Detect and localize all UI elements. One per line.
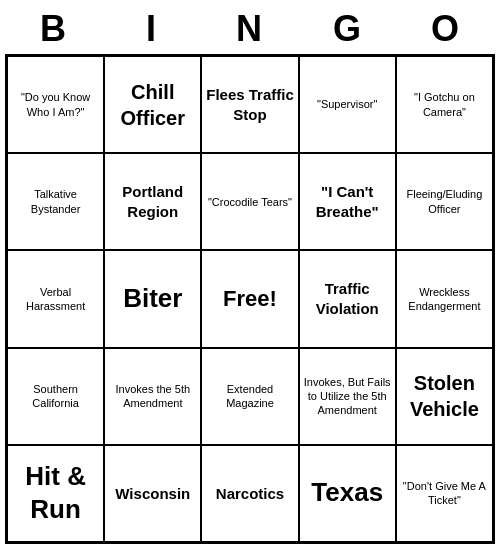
cell-5: Talkative Bystander bbox=[7, 153, 104, 250]
cell-13: Traffic Violation bbox=[299, 250, 396, 347]
cell-12: Free! bbox=[201, 250, 298, 347]
cell-16: Invokes the 5th Amendment bbox=[104, 348, 201, 445]
title-n: N bbox=[206, 8, 294, 50]
title-o: O bbox=[402, 8, 490, 50]
cell-22: Narcotics bbox=[201, 445, 298, 542]
cell-9: Fleeing/Eluding Officer bbox=[396, 153, 493, 250]
cell-11: Biter bbox=[104, 250, 201, 347]
title-i: I bbox=[108, 8, 196, 50]
cell-19: Stolen Vehicle bbox=[396, 348, 493, 445]
cell-18: Invokes, But Fails to Utilize the 5th Am… bbox=[299, 348, 396, 445]
cell-17: Extended Magazine bbox=[201, 348, 298, 445]
cell-2: Flees Traffic Stop bbox=[201, 56, 298, 153]
cell-6: Portland Region bbox=[104, 153, 201, 250]
cell-7: "Crocodile Tears" bbox=[201, 153, 298, 250]
cell-0: "Do you Know Who I Am?" bbox=[7, 56, 104, 153]
cell-10: Verbal Harassment bbox=[7, 250, 104, 347]
cell-1: Chill Officer bbox=[104, 56, 201, 153]
cell-15: Southern California bbox=[7, 348, 104, 445]
cell-4: "I Gotchu on Camera" bbox=[396, 56, 493, 153]
cell-23: Texas bbox=[299, 445, 396, 542]
cell-24: "Don't Give Me A Ticket" bbox=[396, 445, 493, 542]
cell-8: "I Can't Breathe" bbox=[299, 153, 396, 250]
cell-20: Hit & Run bbox=[7, 445, 104, 542]
cell-21: Wisconsin bbox=[104, 445, 201, 542]
title-b: B bbox=[10, 8, 98, 50]
bingo-title: B I N G O bbox=[5, 0, 495, 54]
bingo-grid: "Do you Know Who I Am?"Chill OfficerFlee… bbox=[5, 54, 495, 544]
cell-14: Wreckless Endangerment bbox=[396, 250, 493, 347]
cell-3: "Supervisor" bbox=[299, 56, 396, 153]
title-g: G bbox=[304, 8, 392, 50]
